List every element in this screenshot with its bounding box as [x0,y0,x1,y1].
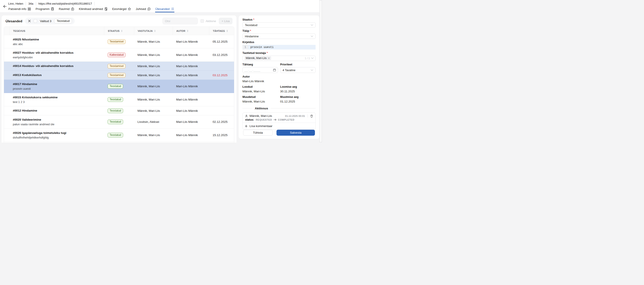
archive-icon [51,7,54,10]
kirjeldus-label: Kirjeldus [242,41,316,44]
status-cell: Teostatud [104,97,134,102]
tab-lesanded[interactable]: Ülesanded [155,6,174,12]
loodud-value: Männik, Mari-Liis [242,90,278,94]
tab-label: Ravimid [59,7,70,10]
task-title: #0014 Hooldus- või abivahendite korraldu… [13,64,100,68]
star-icon [128,7,131,10]
table-row[interactable]: #0015 Kriisiolukorra sekkumine test 1 2 … [4,93,234,106]
table-row[interactable]: #0017 Hindamine proovin uuesti Teostatud… [4,80,234,93]
sort-icon[interactable] [226,30,228,32]
scrollbar-thumb[interactable] [320,0,322,142]
tab-ravimid[interactable]: Ravimid [58,6,74,12]
tahtaeg-date-input[interactable]: __.__.____ [242,67,278,73]
activity-card: Männik, Mari-Liis 01.12.2025 00:01 statu… [242,112,316,130]
trash-icon[interactable] [310,114,313,118]
kirjeldus-value: proovin uuesti [248,45,316,49]
table-row[interactable]: #0027 Hooldus- või abivahendite korraldu… [4,48,234,62]
table-row[interactable]: #0020 Valideerimine palun vaata ravimite… [4,115,234,128]
tuup-select[interactable]: Hindamine [242,34,316,39]
author-cell: Mari-Liis Männik [172,120,209,124]
tab-label: Juhised [136,7,146,10]
column-header-vastutaja[interactable]: VASTUTAJA [134,27,172,35]
loomise-aeg-label: Loomise aeg [280,85,316,88]
assignee-cell: Männik, Mari-Liis [134,53,172,56]
remove-assignee-icon[interactable] [268,57,270,59]
list-icon [171,7,174,10]
nav-tabs: Patsiendi info Programm Ravimid Kliinili… [8,6,322,12]
patient-info-line: Linn, Helen 34a https://fhir.ee/sid/pid/… [8,0,322,6]
status-badge: Teostatud [108,133,123,138]
task-subtitle: proovin uuesti [13,87,100,90]
prioriteet-select[interactable]: 4 Tavaline [280,67,316,73]
active-checkbox[interactable] [200,19,204,23]
status-cell: Teostamisel [104,64,134,68]
add-comment-button[interactable]: Lisa kommentaar [243,122,315,130]
activity-status-label: status: [245,118,254,121]
tuup-label: Tüüp [242,30,316,32]
page-scrollbar[interactable] [319,0,322,142]
select-all-checkbox[interactable] [34,19,37,23]
tasks-table: TEGEVUS STAATUS VASTUTAJA AUTOR TÄHTAEG … [4,26,234,142]
table-row[interactable]: #0013 Kodukülastus Teostamisel Männik, M… [4,71,234,80]
task-subtitle: test 1 2 3 [13,100,100,104]
activity-timestamp: 01.12.2025 00:01 [285,115,305,117]
tab-kliinilised-andmed[interactable]: Kliinilised andmed [79,6,108,12]
table-row[interactable]: #0012 Hindamine Teostatud Männik, Mari-L… [4,106,234,115]
column-label: AUTOR [176,30,186,32]
autor-value: Mari-Liis Männik [242,79,316,83]
status-cell: Teostatud [104,84,134,88]
due-cell: 15.12.2025 [209,134,234,137]
task-cell: #0026 Igapäevaeluga toimetuleku tugi dsf… [9,131,104,140]
column-header-autor[interactable]: AUTOR [172,27,209,35]
task-cell: #0015 Kriisiolukorra sekkumine test 1 2 … [9,96,104,104]
cancel-button[interactable]: Tühista [243,130,273,136]
add-task-button[interactable]: + Lisa [219,18,232,24]
active-filter: Aktiivne [200,19,216,23]
task-subtitle: dsfsdfhrlhehtljehtlkerhdfgfdg [13,136,100,140]
taotletud-teostaja-label: Taotletud teostaja [242,52,316,54]
status-filter-chip[interactable]: Teostatud [54,18,72,24]
tasks-toolbar: Ülesanded Valitud 3 Teostatud Aktiivne +… [2,16,236,26]
table-row[interactable]: #0021 Koosolek räägime Teostatud Männik,… [4,142,234,142]
column-header-staatus[interactable]: STAATUS [104,27,134,35]
sort-icon[interactable] [187,30,188,32]
tab-juhised[interactable]: Juhised [136,6,151,12]
tahtaeg-label: Tähtaeg [242,63,278,66]
prioriteet-select-value: 4 Tavaline [283,68,296,72]
status-badge: Teostatud [108,97,123,102]
task-cell: #0013 Kodukülastus [9,73,104,77]
selection-filter-pill: Valitud 3 Teostatud [25,18,75,24]
sort-icon[interactable] [154,30,156,32]
kirjeldus-editor[interactable]: 1 proovin uuesti [242,45,316,49]
chevron-down-icon [311,24,313,26]
sort-icon[interactable] [121,30,122,32]
author-cell: Mari-Liis Männik [172,98,209,101]
author-cell: Mari-Liis Männik [172,64,209,68]
tab-label: Programm [36,7,50,10]
activity-section-title: Aktiivsus [255,107,268,110]
status-cell: Teostatud [104,133,134,138]
assignee-cell: Männik, Mari-Liis [134,64,172,68]
tab-programm[interactable]: Programm [35,6,54,12]
status-cell: Katkestatud [104,52,134,57]
muutmise-aeg-value: 01.12.2025 [280,100,316,104]
column-header-t-htaeg[interactable]: TÄHTAEG [209,27,234,35]
table-row[interactable]: #0025 Nõustamine abc abc Teostamisel Män… [4,35,234,48]
search-input[interactable] [162,18,198,24]
tab-eesm-rgid[interactable]: Eesmärgid [112,6,132,12]
clear-selection-icon[interactable] [28,20,31,22]
table-row[interactable]: #0014 Hooldus- või abivahendite korraldu… [4,62,234,71]
due-cell: 05.12.2025 [209,40,234,43]
divider [36,2,36,6]
table-row[interactable]: #0026 Igapäevaeluga toimetuleku tugi dsf… [4,128,234,142]
staatus-select-value: Teostatud [245,24,257,27]
taotletud-teostaja-multiselect[interactable]: Männik, Mari-Liis 1 / 1 [242,56,316,61]
staatus-select[interactable]: Teostatud [242,22,316,28]
save-button[interactable]: Salvesta [276,130,315,136]
task-title: #0027 Hooldus- või abivahendite korraldu… [13,51,100,55]
status-badge: Katkestatud [108,52,126,57]
tab-patsiendi-info[interactable]: Patsiendi info [8,6,31,12]
tab-label: Kliinilised andmed [79,7,103,10]
back-arrow-icon[interactable] [3,4,7,8]
task-cell: #0012 Hindamine [9,109,104,113]
